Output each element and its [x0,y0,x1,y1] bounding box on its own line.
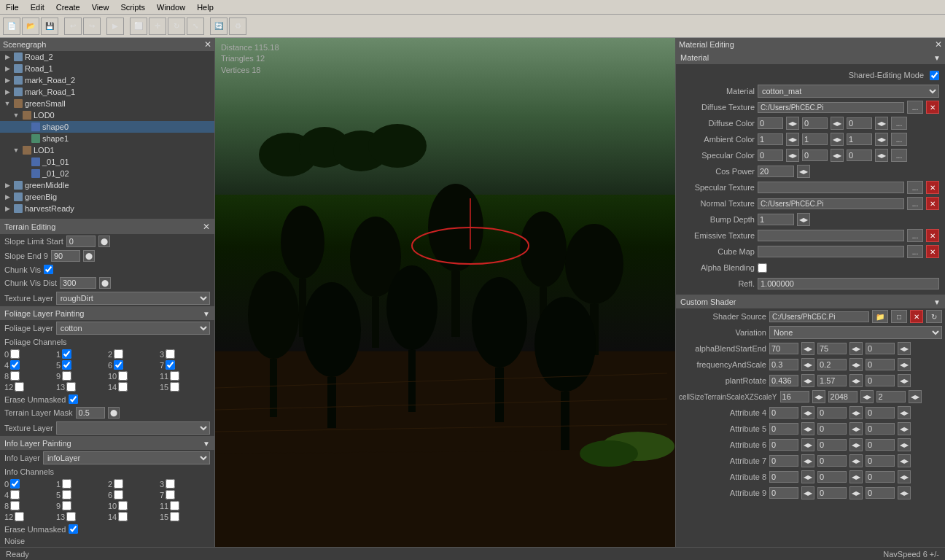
shader-p1-v2-spin[interactable]: ◀▶ [849,358,863,371]
slope-end-input[interactable] [51,250,80,262]
slope-start-input[interactable] [66,236,96,247]
tree-item-0101[interactable]: _01_01 [0,156,214,168]
specular-b-spin[interactable]: ◀▶ [875,149,888,162]
material-section-arrow[interactable]: ▼ [933,54,941,62]
tree-item-shape1[interactable]: shape1 [0,133,214,144]
shader-p4-v2-spin[interactable]: ◀▶ [849,406,863,419]
diffuse-texture-input[interactable] [758,102,904,113]
diffuse-texture-clear[interactable]: ✕ [926,101,939,114]
shader-p9-v1-spin[interactable]: ◀▶ [801,486,814,499]
shader-p3-v3[interactable] [876,391,906,402]
shader-p2-v3[interactable] [866,375,895,386]
menu-view[interactable]: View [86,1,115,13]
info-header[interactable]: Info Layer Painting ▼ [0,437,214,450]
ambient-r-spin[interactable]: ◀▶ [786,133,799,146]
shader-p0-v3[interactable] [866,343,895,354]
shader-p3-v2-spin[interactable]: ◀▶ [860,390,874,403]
specular-texture-input[interactable] [758,182,904,193]
tree-item-lod1[interactable]: ▼ LOD1 [0,144,214,156]
specular-texture-browse[interactable]: ... [907,181,923,194]
tree-item-greenbig[interactable]: ▶ greenBig [0,191,214,203]
shader-source-new[interactable]: □ [891,310,907,323]
shader-p7-v1-spin[interactable]: ◀▶ [801,454,814,467]
info-ch11-cb[interactable] [170,501,179,510]
foliage-ch5-cb[interactable] [62,360,71,370]
shader-p4-v3-spin[interactable]: ◀▶ [898,406,911,419]
shader-p9-v3[interactable] [866,487,895,499]
shader-p8-v3[interactable] [866,471,895,483]
menu-create[interactable]: Create [50,1,86,13]
menu-scripts[interactable]: Scripts [114,1,151,13]
shader-p3-v3-spin[interactable]: ◀▶ [909,390,922,403]
shader-p2-v1-spin[interactable]: ◀▶ [801,374,814,387]
normal-texture-input[interactable] [758,198,904,209]
diffuse-b-up[interactable]: ◀▶ [875,117,888,130]
shader-p1-v1[interactable] [769,359,798,370]
shader-p9-v2[interactable] [817,487,847,499]
diffuse-color-more[interactable]: ... [891,117,907,130]
foliage-ch9-cb[interactable] [62,371,71,381]
shader-p8-v2[interactable] [817,471,847,483]
info-ch13-cb[interactable] [66,512,76,521]
toggle-harvestready[interactable]: ▶ [3,205,12,212]
info-ch0-cb[interactable] [10,479,20,489]
foliage-ch0-cb[interactable] [10,349,20,359]
toggle-lod1[interactable]: ▼ [12,147,20,154]
specular-texture-clear[interactable]: ✕ [926,181,939,194]
shader-p8-v3-spin[interactable]: ◀▶ [898,470,911,483]
normal-texture-clear[interactable]: ✕ [926,197,939,210]
toggle-greensmall[interactable]: ▼ [3,100,12,107]
shader-p0-v1-spin[interactable]: ◀▶ [801,342,814,355]
specular-b[interactable] [847,149,872,161]
shader-p9-v2-spin[interactable]: ◀▶ [849,486,863,499]
emissive-texture-clear[interactable]: ✕ [926,229,939,242]
specular-g[interactable] [802,149,828,161]
tree-item-road2[interactable]: ▶ Road_2 [0,51,214,63]
shader-p6-v2[interactable] [817,439,847,451]
shader-p1-v3[interactable] [866,359,895,370]
shader-p2-v3-spin[interactable]: ◀▶ [898,374,911,387]
shader-p7-v2[interactable] [817,455,847,467]
shader-p5-v2[interactable] [817,423,847,435]
diffuse-r-up[interactable]: ◀▶ [786,117,799,130]
foliage-ch11-cb[interactable] [170,371,179,381]
tree-item-greenmiddle[interactable]: ▶ greenMiddle [0,179,214,191]
terrain-layer-mask-spin[interactable]: ⬤ [108,407,120,419]
shader-p6-v1-spin[interactable]: ◀▶ [801,438,814,451]
terrain-layer-mask-input[interactable] [76,407,105,419]
toolbar-refresh[interactable]: 🔄 [210,18,228,35]
bump-depth-input[interactable] [758,214,794,225]
info-arrow[interactable]: ▼ [203,440,210,448]
shader-source-reload[interactable]: ↻ [926,310,942,323]
custom-shader-arrow[interactable]: ▼ [933,298,941,306]
shader-p6-v3[interactable] [866,439,895,451]
shader-p9-v3-spin[interactable]: ◀▶ [898,486,911,499]
shader-p6-v2-spin[interactable]: ◀▶ [849,438,863,451]
info-layer-dropdown[interactable]: infoLayer [43,451,210,464]
shader-p4-v2[interactable] [817,407,847,419]
viewport[interactable]: Distance 115.18 Triangles 12 Vertices 18… [215,38,675,560]
shader-p7-v3-spin[interactable]: ◀▶ [898,454,911,467]
diffuse-b[interactable] [847,117,872,129]
ambient-color-more[interactable]: ... [891,133,907,146]
info-erase-cb[interactable] [69,524,78,534]
info-ch14-cb[interactable] [118,512,128,521]
tree-item-markroad2[interactable]: ▶ mark_Road_2 [0,74,214,86]
menu-file[interactable]: File [0,1,25,13]
info-ch12-cb[interactable] [15,512,24,521]
shader-source-file[interactable]: 📁 [872,310,888,323]
shader-p4-v1[interactable] [769,407,798,419]
foliage-ch15-cb[interactable] [170,382,179,392]
specular-color-more[interactable]: ... [891,149,907,162]
diffuse-g-spin[interactable]: ◀▶ [831,117,844,130]
foliage-ch14-cb[interactable] [118,382,128,392]
foliage-ch4-cb[interactable] [10,360,20,370]
shader-p5-v3-spin[interactable]: ◀▶ [898,422,911,435]
shader-p1-v3-spin[interactable]: ◀▶ [898,358,911,371]
terrain-close[interactable]: ✕ [203,222,210,232]
shader-p5-v2-spin[interactable]: ◀▶ [849,422,863,435]
mat-material-dropdown[interactable]: cotton_mat [758,85,939,98]
foliage-layer-dropdown[interactable]: cotton [56,322,210,335]
toolbar-open[interactable]: 📂 [22,18,39,35]
foliage-ch12-cb[interactable] [15,382,24,392]
